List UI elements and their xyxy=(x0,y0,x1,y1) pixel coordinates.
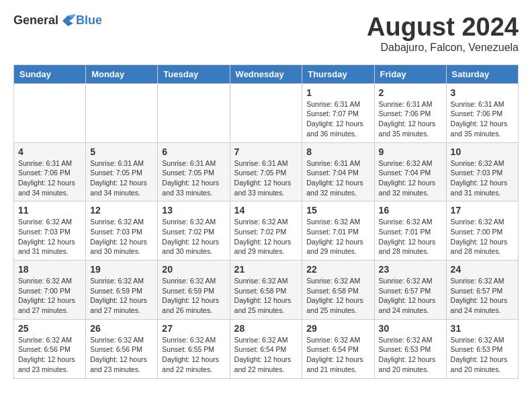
calendar-cell: 12Sunrise: 6:32 AMSunset: 7:03 PMDayligh… xyxy=(86,201,158,261)
day-info: Sunrise: 6:32 AMSunset: 6:57 PMDaylight:… xyxy=(379,276,442,316)
day-info: Sunrise: 6:32 AMSunset: 7:03 PMDaylight:… xyxy=(18,217,81,257)
calendar-table: SundayMondayTuesdayWednesdayThursdayFrid… xyxy=(13,64,519,379)
day-info: Sunrise: 6:31 AMSunset: 7:06 PMDaylight:… xyxy=(379,99,442,139)
calendar-cell: 15Sunrise: 6:32 AMSunset: 7:01 PMDayligh… xyxy=(302,201,374,261)
calendar-cell: 11Sunrise: 6:32 AMSunset: 7:03 PMDayligh… xyxy=(14,201,86,261)
calendar-cell xyxy=(14,83,86,142)
calendar-cell: 1Sunrise: 6:31 AMSunset: 7:07 PMDaylight… xyxy=(302,83,374,142)
calendar-header-friday: Friday xyxy=(374,64,446,83)
calendar-header-monday: Monday xyxy=(86,64,158,83)
day-number: 21 xyxy=(234,264,298,275)
calendar-header-sunday: Sunday xyxy=(14,64,86,83)
calendar-cell: 5Sunrise: 6:31 AMSunset: 7:05 PMDaylight… xyxy=(86,142,158,201)
calendar-cell: 25Sunrise: 6:32 AMSunset: 6:56 PMDayligh… xyxy=(14,319,86,378)
day-info: Sunrise: 6:32 AMSunset: 7:02 PMDaylight:… xyxy=(234,217,298,257)
day-number: 23 xyxy=(379,264,442,275)
day-info: Sunrise: 6:31 AMSunset: 7:05 PMDaylight:… xyxy=(162,158,225,198)
day-number: 16 xyxy=(379,205,442,216)
day-info: Sunrise: 6:32 AMSunset: 7:00 PMDaylight:… xyxy=(451,217,514,257)
day-number: 31 xyxy=(451,323,514,334)
day-info: Sunrise: 6:32 AMSunset: 6:56 PMDaylight:… xyxy=(90,335,153,375)
calendar-week-1: 1Sunrise: 6:31 AMSunset: 7:07 PMDaylight… xyxy=(14,83,519,142)
month-title: August 2024 xyxy=(367,13,519,42)
calendar-week-5: 25Sunrise: 6:32 AMSunset: 6:56 PMDayligh… xyxy=(14,319,519,378)
calendar-cell xyxy=(230,83,302,142)
calendar-header-wednesday: Wednesday xyxy=(230,64,302,83)
logo-bird-icon xyxy=(60,14,76,28)
day-number: 5 xyxy=(90,146,153,157)
day-info: Sunrise: 6:32 AMSunset: 7:03 PMDaylight:… xyxy=(90,217,153,257)
calendar-cell: 3Sunrise: 6:31 AMSunset: 7:06 PMDaylight… xyxy=(446,83,518,142)
calendar-week-3: 11Sunrise: 6:32 AMSunset: 7:03 PMDayligh… xyxy=(14,201,519,261)
day-number: 12 xyxy=(90,205,153,216)
calendar-cell: 21Sunrise: 6:32 AMSunset: 6:58 PMDayligh… xyxy=(230,261,302,320)
day-number: 25 xyxy=(18,323,81,334)
calendar-cell: 27Sunrise: 6:32 AMSunset: 6:55 PMDayligh… xyxy=(158,319,230,378)
day-number: 17 xyxy=(451,205,514,216)
day-info: Sunrise: 6:31 AMSunset: 7:06 PMDaylight:… xyxy=(18,158,81,198)
calendar-cell: 17Sunrise: 6:32 AMSunset: 7:00 PMDayligh… xyxy=(446,201,518,261)
calendar-cell: 30Sunrise: 6:32 AMSunset: 6:53 PMDayligh… xyxy=(374,319,446,378)
logo-general-text: General xyxy=(13,13,58,28)
day-info: Sunrise: 6:32 AMSunset: 6:55 PMDaylight:… xyxy=(162,335,225,375)
day-info: Sunrise: 6:31 AMSunset: 7:04 PMDaylight:… xyxy=(306,158,369,198)
day-number: 24 xyxy=(451,264,514,275)
calendar-header-thursday: Thursday xyxy=(302,64,374,83)
day-number: 22 xyxy=(306,264,369,275)
day-info: Sunrise: 6:32 AMSunset: 6:54 PMDaylight:… xyxy=(306,335,369,375)
calendar-header-saturday: Saturday xyxy=(446,64,518,83)
title-section: August 2024 Dabajuro, Falcon, Venezuela xyxy=(367,13,519,54)
day-number: 2 xyxy=(379,87,442,98)
logo-blue-text: Blue xyxy=(76,13,102,28)
day-number: 9 xyxy=(379,146,442,157)
calendar-cell: 6Sunrise: 6:31 AMSunset: 7:05 PMDaylight… xyxy=(158,142,230,201)
calendar-cell: 4Sunrise: 6:31 AMSunset: 7:06 PMDaylight… xyxy=(14,142,86,201)
day-number: 20 xyxy=(162,264,225,275)
day-info: Sunrise: 6:31 AMSunset: 7:07 PMDaylight:… xyxy=(306,99,369,139)
calendar-cell: 14Sunrise: 6:32 AMSunset: 7:02 PMDayligh… xyxy=(230,201,302,261)
calendar-cell: 24Sunrise: 6:32 AMSunset: 6:57 PMDayligh… xyxy=(446,261,518,320)
calendar-cell: 22Sunrise: 6:32 AMSunset: 6:58 PMDayligh… xyxy=(302,261,374,320)
day-info: Sunrise: 6:32 AMSunset: 6:59 PMDaylight:… xyxy=(90,276,153,316)
calendar-cell: 26Sunrise: 6:32 AMSunset: 6:56 PMDayligh… xyxy=(86,319,158,378)
calendar-cell: 18Sunrise: 6:32 AMSunset: 7:00 PMDayligh… xyxy=(14,261,86,320)
calendar-week-2: 4Sunrise: 6:31 AMSunset: 7:06 PMDaylight… xyxy=(14,142,519,201)
day-info: Sunrise: 6:32 AMSunset: 6:53 PMDaylight:… xyxy=(379,335,442,375)
day-info: Sunrise: 6:31 AMSunset: 7:05 PMDaylight:… xyxy=(234,158,298,198)
day-number: 6 xyxy=(162,146,225,157)
day-info: Sunrise: 6:32 AMSunset: 7:02 PMDaylight:… xyxy=(162,217,225,257)
day-info: Sunrise: 6:32 AMSunset: 6:58 PMDaylight:… xyxy=(306,276,369,316)
day-info: Sunrise: 6:32 AMSunset: 7:01 PMDaylight:… xyxy=(379,217,442,257)
day-info: Sunrise: 6:32 AMSunset: 7:00 PMDaylight:… xyxy=(18,276,81,316)
day-number: 4 xyxy=(18,146,81,157)
logo: General Blue xyxy=(13,13,102,28)
day-info: Sunrise: 6:32 AMSunset: 6:56 PMDaylight:… xyxy=(18,335,81,375)
calendar-cell: 10Sunrise: 6:32 AMSunset: 7:03 PMDayligh… xyxy=(446,142,518,201)
day-number: 13 xyxy=(162,205,225,216)
day-info: Sunrise: 6:32 AMSunset: 6:57 PMDaylight:… xyxy=(451,276,514,316)
day-number: 29 xyxy=(306,323,369,334)
day-info: Sunrise: 6:32 AMSunset: 7:04 PMDaylight:… xyxy=(379,158,442,198)
day-number: 19 xyxy=(90,264,153,275)
day-info: Sunrise: 6:31 AMSunset: 7:05 PMDaylight:… xyxy=(90,158,153,198)
page-header: General Blue August 2024 Dabajuro, Falco… xyxy=(13,13,519,54)
calendar-cell xyxy=(158,83,230,142)
calendar-cell: 31Sunrise: 6:32 AMSunset: 6:53 PMDayligh… xyxy=(446,319,518,378)
calendar-cell: 28Sunrise: 6:32 AMSunset: 6:54 PMDayligh… xyxy=(230,319,302,378)
day-number: 11 xyxy=(18,205,81,216)
day-number: 18 xyxy=(18,264,81,275)
day-number: 14 xyxy=(234,205,298,216)
day-info: Sunrise: 6:32 AMSunset: 6:53 PMDaylight:… xyxy=(451,335,514,375)
day-number: 15 xyxy=(306,205,369,216)
calendar-header-row: SundayMondayTuesdayWednesdayThursdayFrid… xyxy=(14,64,519,83)
calendar-header-tuesday: Tuesday xyxy=(158,64,230,83)
day-number: 30 xyxy=(379,323,442,334)
day-number: 7 xyxy=(234,146,298,157)
calendar-cell: 9Sunrise: 6:32 AMSunset: 7:04 PMDaylight… xyxy=(374,142,446,201)
calendar-cell: 29Sunrise: 6:32 AMSunset: 6:54 PMDayligh… xyxy=(302,319,374,378)
day-info: Sunrise: 6:31 AMSunset: 7:06 PMDaylight:… xyxy=(451,99,514,139)
day-info: Sunrise: 6:32 AMSunset: 7:01 PMDaylight:… xyxy=(306,217,369,257)
calendar-cell: 19Sunrise: 6:32 AMSunset: 6:59 PMDayligh… xyxy=(86,261,158,320)
day-number: 1 xyxy=(306,87,369,98)
day-info: Sunrise: 6:32 AMSunset: 6:58 PMDaylight:… xyxy=(234,276,298,316)
